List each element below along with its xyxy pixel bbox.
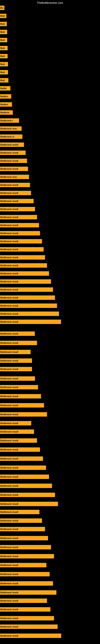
bar: Bottleneck result: [0, 223, 39, 228]
bar-label: Bottleneck result: [0, 430, 18, 433]
bar: Bottlene: [0, 110, 13, 115]
bar: Bottleneck resu: [0, 126, 22, 131]
bar-label: Bottleneck result: [0, 360, 18, 362]
bar-row: Bottleneck result: [0, 402, 44, 408]
bar-label: Bott: [0, 79, 5, 82]
bar-row: Bottleneck result: [0, 263, 47, 268]
bar-row: Bottleneck result: [0, 158, 27, 164]
bar-label: Bottleneck result: [0, 591, 18, 594]
bar-row: Bottleneck result: [0, 279, 51, 284]
bar: Bott: [0, 70, 8, 74]
bar-row: Bottleneck result: [0, 447, 40, 452]
bar-label: Bottleneck result: [0, 200, 18, 202]
bar: Bottleneck result: [0, 296, 55, 300]
bar-row: Bott: [0, 13, 6, 19]
bar-label: Bottleneck result: [0, 555, 18, 558]
bar-row: Bottleneck result: [0, 166, 28, 172]
bar: Bott: [0, 54, 8, 58]
bar: Bottleneck result: [0, 199, 34, 203]
bar: Bottleneck result: [0, 239, 42, 244]
bar: Bo: [0, 6, 4, 10]
bar-label: Bott: [0, 23, 5, 25]
bar: Bottleneck result: [0, 358, 32, 363]
bar: Bott: [0, 22, 7, 26]
bar-row: Bottleneck result: [0, 349, 31, 355]
bar-row: Bottleneck result: [0, 222, 39, 228]
bar-row: Bottleneck result: [0, 624, 58, 630]
bar: Bottleneck result: [0, 456, 43, 461]
bar: Bottleneck result: [0, 320, 61, 324]
bar-label: Bottleneck result: [0, 320, 18, 323]
bar-row: Bottleneck result: [0, 331, 35, 336]
bar: Bottleneck result: [0, 271, 49, 276]
bar-row: Bottleneck result: [0, 358, 32, 364]
bar: Bottleneck result: [0, 367, 32, 371]
bar-row: Bottleneck result: [0, 580, 53, 586]
bar-label: Bottleneck result: [0, 582, 18, 585]
bar-row: Bottleneck result: [0, 501, 58, 507]
bar: Bottleneck result: [0, 607, 50, 612]
bar-row: Bottleneck result: [0, 492, 55, 498]
bar-row: Bott: [0, 21, 7, 27]
bar-label: Bott: [0, 31, 5, 33]
bar-label: Bottleneck r: [0, 119, 13, 122]
bar: Bott: [0, 14, 6, 18]
bar: Bottleneck result: [0, 394, 41, 398]
bar: Bottleneck result: [0, 493, 55, 497]
bar-label: Bottleneck result: [0, 422, 18, 424]
bar-row: Bott: [0, 62, 8, 67]
bar-label: Bottleneck result: [0, 404, 18, 406]
bar: Bottleneck result: [0, 341, 37, 345]
bar-label: Bottleneck result: [0, 564, 18, 566]
bar: Bottleneck result: [0, 624, 58, 629]
bar: Bottleneck result: [0, 563, 47, 567]
bar: Bottleneck result: [0, 412, 47, 416]
bar: Bottleneck result: [0, 484, 52, 488]
bar-label: Bottleneck result: [0, 216, 18, 218]
bar-label: Bottleneck result: [0, 395, 18, 398]
bar-row: Bottleneck result: [0, 287, 53, 292]
bar-label: Bottleneck result: [0, 144, 18, 146]
bar: Bottleneck result: [0, 616, 54, 620]
bar-label: Bottlen: [0, 95, 8, 98]
bar-row: Bottleneck result: [0, 554, 54, 559]
bar-label: Bottleneck resu: [0, 176, 17, 178]
bar: Bott: [0, 62, 8, 66]
bar: Bottleneck result: [0, 288, 53, 292]
bar: Bottleneck result: [0, 247, 44, 252]
bar-label: Bottleneck result: [0, 448, 18, 451]
bar: Bottleneck result: [0, 430, 34, 434]
bar-row: Bottleneck result: [0, 633, 61, 638]
bar-label: Bottleneck result: [0, 439, 18, 442]
bar-label: Bottleneck result: [0, 256, 18, 258]
bar: Bottleneck result: [0, 554, 54, 558]
bar: Bottleneck result: [0, 158, 27, 163]
bar: Bottleneck result: [0, 376, 35, 381]
bar-label: Bottleneck result: [0, 351, 18, 353]
bar: Bottleneck result: [0, 536, 48, 540]
bar-label: Bottleneck result: [0, 617, 18, 620]
bar-label: Bott: [0, 63, 5, 66]
bar-label: Bottle: [0, 87, 7, 90]
bar-row: Bottleneck result: [0, 198, 34, 204]
bar-row: Bottleneck result: [0, 150, 26, 156]
bar-label: Bottleneck result: [0, 232, 18, 234]
bar: Bottleneck result: [0, 350, 31, 354]
bar-label: Bottleneck result: [0, 626, 18, 628]
bar-label: Bottleneck result: [0, 458, 18, 460]
bar-row: Bottlen: [0, 94, 11, 99]
bar-label: Bottleneck result: [0, 312, 18, 315]
bar-label: Bo: [0, 7, 3, 9]
bar: Bottleneck result: [0, 312, 59, 316]
bar-row: Bottleneck result: [0, 230, 40, 236]
bar-row: Bottleneck result: [0, 598, 47, 604]
bar-row: Bottleneck result: [0, 535, 48, 541]
bar-row: Bottleneck result: [0, 590, 56, 595]
bar: Bott: [0, 38, 7, 42]
bar-row: Bottleneck result: [0, 311, 59, 316]
bar-row: Bo: [0, 5, 4, 11]
bar-row: Bottleneck result: [0, 562, 47, 568]
bar-label: Bottleneck result: [0, 466, 18, 469]
bar-label: Bottleneck result: [0, 224, 18, 226]
bar-label: Bottleneck result: [0, 240, 18, 242]
